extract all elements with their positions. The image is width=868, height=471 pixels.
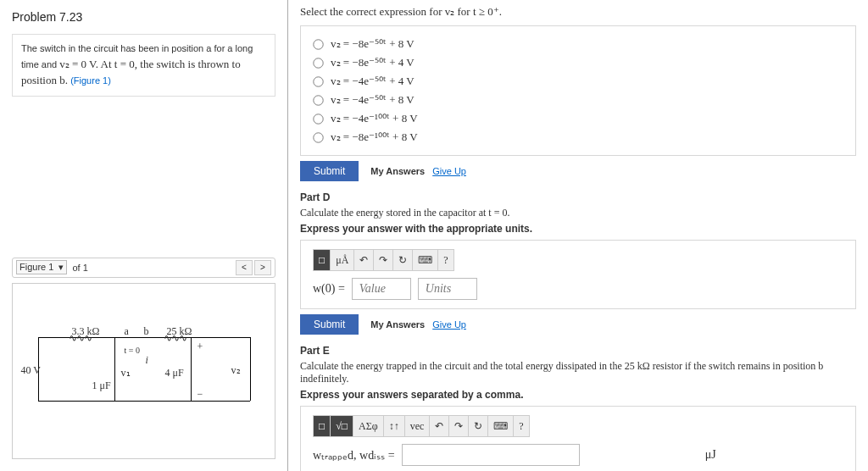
partd-my-answers-link[interactable]: My Answers: [370, 319, 425, 330]
partd-label: Part D: [300, 191, 856, 203]
option-1[interactable]: v₂ = −8e⁻⁵⁰ᵗ + 8 V: [313, 35, 843, 53]
tb-vec-icon[interactable]: vec: [405, 416, 431, 436]
label-t0: t = 0: [125, 346, 140, 355]
figure-next-button[interactable]: >: [254, 260, 271, 275]
tb-units-icon[interactable]: μÅ: [331, 250, 354, 270]
tb-undo-icon-e[interactable]: ↶: [430, 416, 449, 436]
option-6[interactable]: v₂ = −8e⁻¹⁰⁰ᵗ + 8 V: [313, 128, 843, 147]
tb-sqrt-icon[interactable]: √□: [331, 416, 353, 436]
partd-instruction: Express your answer with the appropriate…: [300, 223, 856, 235]
partc-submit-button[interactable]: Submit: [300, 161, 359, 181]
partd-submit-button[interactable]: Submit: [300, 314, 359, 335]
parte-text: Calculate the energy trapped in the circ…: [300, 360, 856, 385]
parte-unit: μJ: [705, 448, 716, 462]
tb-reset-icon[interactable]: ↻: [393, 250, 413, 270]
tb-subscript-icon[interactable]: ↕↑: [384, 416, 405, 436]
option-4[interactable]: v₂ = −4e⁻⁵⁰ᵗ + 8 V: [313, 91, 843, 109]
label-c1: 1 μF: [92, 380, 111, 392]
tb-template-icon[interactable]: □: [314, 250, 331, 270]
label-v2: v₂: [231, 364, 241, 377]
label-node-b: b: [144, 325, 149, 338]
partd-text: Calculate the energy stored in the capac…: [300, 207, 856, 219]
tb-keyboard-icon[interactable]: ⌨: [413, 250, 438, 270]
tb-template-icon-e[interactable]: □: [314, 416, 331, 436]
parte-answer-box: □ √□ ΑΣφ ↕↑ vec ↶ ↷ ↻ ⌨ ? wₜᵣₐₚₚₑd, wdᵢₛ…: [300, 406, 856, 471]
figure-count: of 1: [72, 263, 87, 273]
parte-toolbar: □ √□ ΑΣφ ↕↑ vec ↶ ↷ ↻ ⌨ ?: [313, 415, 530, 437]
partc-give-up-link[interactable]: Give Up: [432, 166, 466, 176]
label-c2: 4 μF: [165, 367, 184, 380]
circuit-diagram: 40 V 3.3 kΩ 25 kΩ 1 μF 4 μF a b i v₁ v₂ …: [21, 320, 267, 422]
tb-undo-icon[interactable]: ↶: [354, 250, 374, 270]
label-v1: v₁: [121, 367, 131, 380]
partc-options: v₂ = −8e⁻⁵⁰ᵗ + 8 V v₂ = −8e⁻⁵⁰ᵗ + 4 V v₂…: [300, 25, 856, 156]
option-2[interactable]: v₂ = −8e⁻⁵⁰ᵗ + 4 V: [313, 53, 843, 72]
partd-lhs: w(0) =: [313, 282, 345, 296]
figure-link[interactable]: (Figure 1): [70, 75, 111, 86]
figure-area: 40 V 3.3 kΩ 25 kΩ 1 μF 4 μF a b i v₁ v₂ …: [12, 283, 275, 460]
partc-prompt: Select the correct expression for v₂ for…: [300, 5, 856, 19]
tb-keyboard-icon-e[interactable]: ⌨: [488, 416, 514, 436]
partd-value-input[interactable]: Value: [352, 278, 411, 300]
figure-select[interactable]: Figure 1 ▾: [16, 260, 67, 274]
label-node-a: a: [125, 325, 129, 338]
problem-title: Problem 7.23: [0, 0, 287, 30]
partd-give-up-link[interactable]: Give Up: [432, 319, 466, 330]
partd-toolbar: □ μÅ ↶ ↷ ↻ ⌨ ?: [313, 249, 454, 271]
parte-instruction: Express your answers separated by a comm…: [300, 389, 856, 401]
option-3[interactable]: v₂ = −4e⁻⁵⁰ᵗ + 4 V: [313, 72, 843, 91]
label-i: i: [146, 354, 148, 367]
option-5[interactable]: v₂ = −4e⁻¹⁰⁰ᵗ + 8 V: [313, 109, 843, 128]
tb-help-icon[interactable]: ?: [438, 250, 453, 270]
parte-input[interactable]: [402, 444, 580, 466]
figure-prev-button[interactable]: <: [236, 260, 253, 275]
parte-lhs: wₜᵣₐₚₚₑd, wdᵢₛₛ =: [313, 448, 395, 463]
tb-redo-icon-e[interactable]: ↷: [449, 416, 469, 436]
parte-label: Part E: [300, 345, 856, 357]
tb-reset-icon-e[interactable]: ↻: [469, 416, 488, 436]
partc-my-answers-link[interactable]: My Answers: [370, 166, 425, 176]
problem-description: The switch in the circuit has been in po…: [12, 34, 275, 97]
tb-redo-icon[interactable]: ↷: [374, 250, 393, 270]
partd-units-input[interactable]: Units: [418, 278, 477, 300]
tb-help-icon-e[interactable]: ?: [514, 416, 528, 436]
tb-greek-icon[interactable]: ΑΣφ: [353, 416, 384, 436]
label-source: 40 V: [21, 364, 41, 377]
figure-toolbar: Figure 1 ▾ of 1 < >: [12, 258, 275, 278]
partd-answer-box: □ μÅ ↶ ↷ ↻ ⌨ ? w(0) = Value Units: [300, 240, 856, 309]
